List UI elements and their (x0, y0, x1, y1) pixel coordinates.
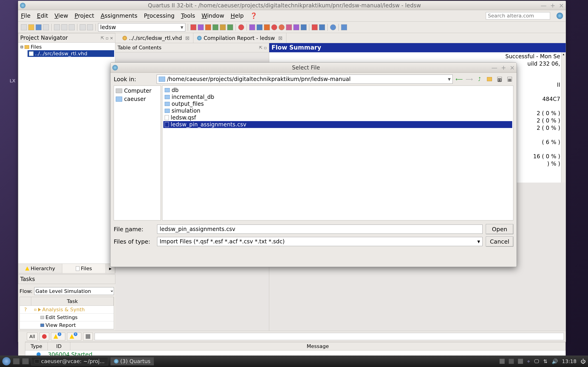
filter-warnings-button[interactable]: 3 (51, 333, 65, 340)
tool-icon[interactable] (220, 24, 226, 30)
menu-view[interactable]: View (54, 12, 68, 19)
stop-icon[interactable] (238, 24, 244, 30)
tray-clock[interactable]: 13:18 (562, 359, 577, 364)
icons-view-button[interactable]: ⊞ (496, 75, 503, 83)
undo-icon[interactable] (80, 24, 86, 30)
filter-all-button[interactable]: All (27, 333, 38, 340)
close-tab-icon[interactable]: ⊠ (278, 35, 283, 41)
col-message[interactable]: Message (70, 342, 565, 350)
window-list-icon[interactable] (22, 358, 29, 365)
tool-icon[interactable] (286, 24, 292, 30)
col-id[interactable]: ID (48, 342, 70, 350)
menu-window[interactable]: Window (202, 12, 225, 19)
close-icon[interactable]: × (510, 64, 515, 71)
list-view-button[interactable]: ≡ (506, 75, 513, 83)
file-item-folder[interactable]: db (163, 87, 512, 94)
paste-icon[interactable] (69, 24, 75, 30)
nav-up-button[interactable]: ⤴ (476, 75, 483, 83)
dock-icon[interactable]: ▫ (106, 35, 108, 40)
sidebar-item-home[interactable]: caeuser (115, 95, 160, 103)
flow-select[interactable]: Gate Level Simulation (34, 287, 114, 295)
redo-icon[interactable] (87, 24, 93, 30)
tray-bluetooth-icon[interactable]: ⌖ (527, 359, 530, 364)
copy-icon[interactable] (61, 24, 67, 30)
close-icon[interactable]: × (559, 2, 564, 9)
menu-help[interactable]: Help (231, 12, 244, 19)
filetype-combo[interactable]: Import Files (*.qsf *.esf *.acf *.csv *.… (157, 237, 483, 246)
scrollbar[interactable] (561, 52, 566, 183)
show-desktop-icon[interactable] (13, 358, 20, 365)
filename-input[interactable] (157, 225, 483, 234)
new-folder-button[interactable] (486, 75, 493, 83)
file-item-selected[interactable]: ledsw_pin_assignments.csv (163, 121, 512, 128)
maximize-icon[interactable]: + (501, 64, 506, 71)
tab-files[interactable]: Files (62, 264, 106, 273)
tray-icon[interactable] (518, 359, 523, 364)
window-controls[interactable]: — + × (540, 2, 564, 9)
nav-forward-button[interactable]: ⟶ (466, 75, 473, 83)
file-item-folder[interactable]: incremental_db (163, 94, 512, 100)
search-input[interactable] (486, 12, 550, 19)
file-item-folder[interactable]: output_files (163, 100, 512, 107)
file-item-file[interactable]: ledsw.qsf (163, 114, 512, 121)
task-row[interactable]: Edit Settings (20, 314, 114, 321)
tray-volume-icon[interactable]: 🔊 (552, 359, 558, 364)
menu-file[interactable]: File (21, 12, 31, 19)
task-row[interactable]: ?⊟Analysis & Synth (20, 306, 114, 314)
sidebar-item-computer[interactable]: Computer (115, 87, 160, 95)
filter-errors-button[interactable] (40, 333, 49, 340)
flag-button[interactable] (83, 333, 93, 340)
taskbar-item-terminal[interactable]: caeuser@vcae: ~/proj... (31, 357, 108, 365)
play-icon[interactable] (249, 24, 255, 30)
task-row[interactable]: View Report (20, 321, 114, 329)
tray-display-icon[interactable]: 🖵 (534, 359, 539, 364)
file-item-folder[interactable]: simulation (163, 107, 512, 114)
titlebar[interactable]: Quartus II 32-bit - /home/caeuser/projec… (18, 1, 566, 10)
doc-tab-report[interactable]: Compilation Report - ledsw ⊠ (193, 33, 286, 43)
pin-icon[interactable]: ⇱ (259, 45, 262, 50)
tool-icon[interactable] (190, 24, 196, 30)
close-panel-icon[interactable]: × (110, 35, 113, 40)
clock-icon[interactable] (279, 24, 285, 30)
path-combo[interactable]: /home/caeuser/projects/digitaltechnikpra… (157, 75, 453, 84)
menu-assignments[interactable]: Assignments (101, 12, 137, 19)
tray-network-icon[interactable]: ⇅ (543, 359, 547, 364)
open-button[interactable]: Open (486, 224, 513, 234)
tool-icon[interactable] (198, 24, 204, 30)
dock-icon[interactable]: ▫ (264, 45, 267, 50)
new-icon[interactable] (21, 24, 27, 30)
tab-hierarchy[interactable]: Hierarchy (18, 264, 62, 273)
message-search-input[interactable] (95, 333, 564, 340)
comment-icon[interactable] (341, 24, 347, 30)
tool-icon[interactable] (293, 24, 299, 30)
maximize-icon[interactable]: + (550, 2, 555, 9)
help-icon[interactable]: ❓ (250, 12, 257, 19)
close-tab-icon[interactable]: ⊠ (185, 35, 190, 41)
file-item-selected[interactable]: ../../src/ledsw_rtl.vhd (27, 50, 114, 57)
tool-icon[interactable] (264, 24, 270, 30)
col-type[interactable]: Type (25, 342, 48, 350)
menu-edit[interactable]: Edit (37, 12, 48, 19)
taskbar-item-quartus[interactable]: (3) Quartus (111, 357, 154, 365)
tool-icon[interactable] (312, 24, 318, 30)
clock-icon[interactable] (271, 24, 277, 30)
tray-icon[interactable] (509, 359, 514, 364)
print-icon[interactable] (43, 24, 49, 30)
tray-logout-icon[interactable]: ⏻ (581, 359, 586, 364)
files-root[interactable]: ⊟ Files (19, 44, 114, 50)
file-list[interactable]: db incremental_db output_files simulatio… (162, 85, 513, 220)
tool-icon[interactable] (205, 24, 211, 30)
pin-icon[interactable]: ⇱ (101, 35, 104, 40)
save-icon[interactable] (36, 24, 42, 30)
cancel-button[interactable]: Cancel (486, 236, 513, 247)
tray-icon[interactable] (500, 359, 505, 364)
open-icon[interactable] (28, 24, 34, 30)
tool-icon[interactable] (257, 24, 262, 30)
globe-icon[interactable] (556, 13, 563, 19)
minimize-icon[interactable]: — (540, 2, 546, 9)
filter-critwarn-button[interactable]: 9 (67, 333, 81, 340)
start-button[interactable] (2, 357, 10, 365)
cut-icon[interactable] (54, 24, 60, 30)
doc-tab-source[interactable]: .././src/ledsw_rtl.vhd ⊠ (119, 33, 193, 43)
menu-project[interactable]: Project (75, 12, 95, 19)
